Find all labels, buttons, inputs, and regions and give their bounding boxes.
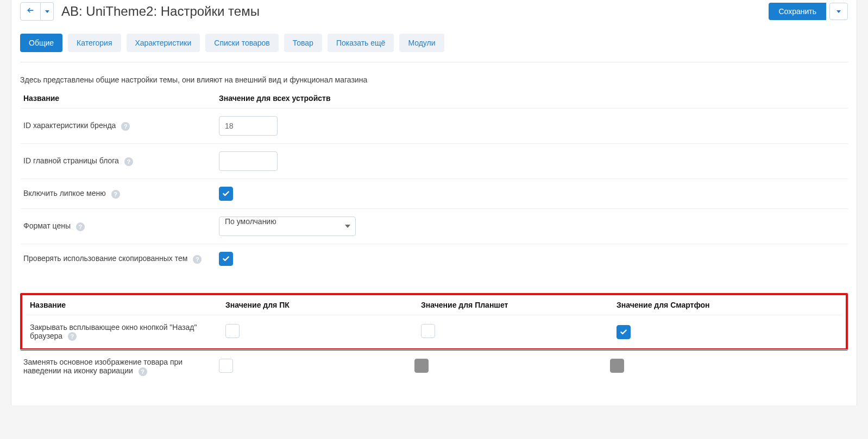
swap-image-hover-tablet-checkbox [414,359,429,373]
tab-modules[interactable]: Модули [399,34,444,52]
col-header-value: Значение для всех устройств [216,88,848,109]
help-icon[interactable]: ? [68,332,77,341]
save-dropdown[interactable] [829,3,848,20]
setting-row: Включить липкое меню ? [20,179,848,209]
col-header-name: Название [20,88,216,109]
setting-row: Формат цены ? По умолчанию [20,209,848,244]
help-icon[interactable]: ? [193,255,202,264]
setting-row: Проверять использование скопированных те… [20,244,848,274]
tab-features[interactable]: Характеристики [127,34,200,52]
page-header: AB: UniTheme2: Настройки темы Сохранить [20,0,848,28]
tab-product-lists[interactable]: Списки товаров [205,34,278,52]
help-icon[interactable]: ? [121,122,130,131]
blog-main-page-id-input[interactable] [219,151,278,171]
help-icon[interactable]: ? [111,190,120,199]
back-button[interactable] [20,2,41,21]
setting-label: Заменять основное изображение товара при… [20,350,216,384]
caret-down-icon [45,10,49,13]
settings-table-devices-continued: Заменять основное изображение товара при… [20,349,848,383]
setting-label: Закрывать всплывающее окно кнопкой "Наза… [27,315,222,349]
tab-product[interactable]: Товар [284,34,322,52]
close-popup-back-pc-checkbox[interactable] [225,324,240,338]
check-copied-themes-checkbox[interactable] [219,252,233,266]
settings-table-all: Название Значение для всех устройств ID … [20,88,848,273]
tab-category[interactable]: Категория [68,34,121,52]
help-icon[interactable]: ? [139,367,147,376]
close-popup-back-tablet-checkbox[interactable] [421,324,435,338]
page-container: AB: UniTheme2: Настройки темы Сохранить … [11,0,857,405]
help-icon[interactable]: ? [76,222,85,231]
swap-image-hover-pc-checkbox[interactable] [219,359,233,373]
caret-down-icon [836,10,841,13]
col-header-phone: Значение для Смартфон [613,295,841,315]
setting-label: Проверять использование скопированных те… [20,244,216,274]
setting-label: Формат цены ? [20,209,216,244]
price-format-select[interactable]: По умолчанию [219,217,356,236]
tab-general[interactable]: Общие [20,34,62,52]
save-button[interactable]: Сохранить [769,3,826,20]
setting-label: ID характеристики бренда ? [20,109,216,144]
setting-row: Закрывать всплывающее окно кнопкой "Наза… [27,315,841,349]
tab-show-more[interactable]: Показать ещё [328,34,394,52]
highlighted-section: Название Значение для ПК Значение для Пл… [20,293,848,351]
back-button-group [20,2,54,21]
setting-row: Заменять основное изображение товара при… [20,350,848,384]
sticky-menu-checkbox[interactable] [219,187,233,201]
settings-table-devices: Название Значение для ПК Значение для Пл… [27,295,841,348]
setting-label: ID главной страницы блога ? [20,144,216,179]
col-header-pc: Значение для ПК [222,295,418,315]
intro-text: Здесь представлены общие настройки темы,… [20,62,848,88]
help-icon[interactable]: ? [124,157,133,166]
swap-image-hover-phone-checkbox [610,359,624,373]
setting-row: ID главной страницы блога ? [20,144,848,179]
tabs: Общие Категория Характеристики Списки то… [20,28,848,62]
close-popup-back-phone-checkbox[interactable] [617,325,631,339]
brand-feature-id-input[interactable] [219,116,278,136]
setting-label: Включить липкое меню ? [20,179,216,209]
col-header-name: Название [27,295,222,315]
save-button-group: Сохранить [769,3,848,20]
page-title: AB: UniTheme2: Настройки темы [61,4,769,19]
back-dropdown[interactable] [41,2,54,21]
setting-row: ID характеристики бренда ? [20,109,848,144]
col-header-tablet: Значение для Планшет [418,295,613,315]
arrow-left-icon [27,7,34,16]
